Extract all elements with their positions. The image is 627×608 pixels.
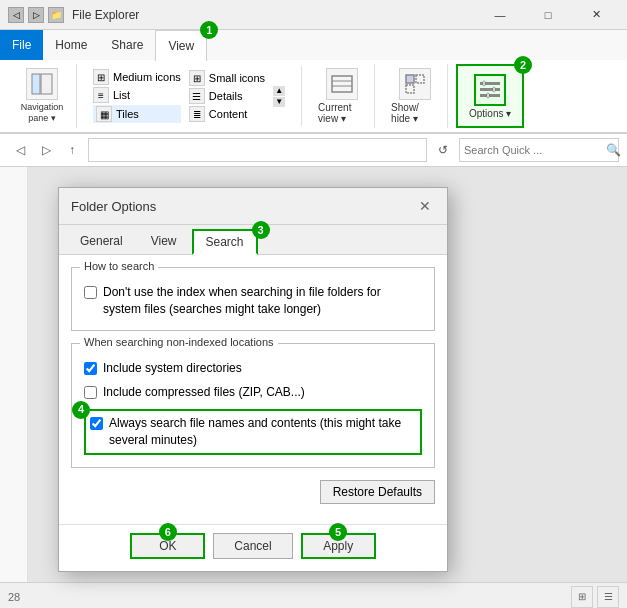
ribbon-content: Navigation pane ▾ ⊞ Medium icons ≡ List … (0, 60, 627, 133)
non-indexed-label: When searching non-indexed locations (80, 336, 278, 348)
folder-options-dialog: Folder Options ✕ General View Search 3 (58, 187, 448, 572)
file-names-contents-label: Always search file names and contents (t… (109, 415, 416, 449)
svg-rect-6 (416, 75, 424, 83)
compressed-label: Include compressed files (ZIP, CAB...) (103, 384, 305, 401)
dialog-tabs: General View Search 3 (59, 225, 447, 255)
details-icon: ☰ (189, 88, 205, 104)
compressed-checkbox[interactable] (84, 386, 97, 399)
svg-rect-9 (480, 88, 500, 91)
svg-rect-10 (480, 94, 500, 97)
search-bar[interactable]: 🔍 (459, 138, 619, 162)
nav-pane-icon (26, 68, 58, 100)
back-button[interactable]: ◁ (8, 138, 32, 162)
svg-rect-2 (332, 76, 352, 92)
title-controls: — □ ✕ (477, 0, 619, 30)
scroll-arrows[interactable]: ▲ ▼ (273, 86, 285, 107)
restore-defaults-button[interactable]: Restore Defaults (320, 480, 435, 504)
address-area: ◁ ▷ ↑ ↺ 🔍 (0, 134, 627, 167)
no-index-label: Don't use the index when searching in fi… (103, 284, 422, 318)
nav-pane-label: Navigation pane ▾ (16, 102, 68, 124)
show-hide-label: Show/ hide ▾ (391, 102, 439, 124)
svg-rect-11 (483, 81, 485, 86)
up-button[interactable]: ↑ (60, 138, 84, 162)
annotation-1: 1 (200, 21, 218, 39)
dialog-title: Folder Options (71, 199, 156, 214)
content-icon: ≣ (189, 106, 205, 122)
maximize-button[interactable]: □ (525, 0, 571, 30)
scroll-down-arrow[interactable]: ▼ (273, 97, 285, 107)
annotation-2: 2 (514, 56, 532, 74)
content-area: Folder Options ✕ General View Search 3 (28, 167, 627, 582)
svg-rect-13 (487, 93, 489, 98)
svg-rect-0 (32, 74, 40, 94)
list-view-toggle[interactable]: ☰ (597, 586, 619, 608)
minimize-button[interactable]: — (477, 0, 523, 30)
dialog-body: How to search Don't use the index when s… (59, 255, 447, 524)
list-icon: ≡ (93, 87, 109, 103)
tab-share[interactable]: Share (99, 30, 155, 60)
search-icon[interactable]: 🔍 (606, 143, 621, 157)
file-names-contents-row: Always search file names and contents (t… (84, 409, 422, 455)
svg-rect-1 (41, 74, 52, 94)
no-index-row: Don't use the index when searching in fi… (84, 284, 422, 318)
no-index-checkbox[interactable] (84, 286, 97, 299)
tiles-label: Tiles (116, 108, 139, 120)
dialog-tab-general[interactable]: General (67, 229, 136, 254)
dialog-tab-view[interactable]: View (138, 229, 190, 254)
medium-icons-label: Medium icons (113, 71, 181, 83)
modal-overlay: Folder Options ✕ General View Search 3 (28, 167, 627, 582)
small-icons-icon: ⊞ (189, 70, 205, 86)
address-bar[interactable] (88, 138, 427, 162)
non-indexed-section: When searching non-indexed locations Inc… (71, 343, 435, 468)
sidebar (0, 167, 28, 582)
annotation-3: 3 (252, 221, 270, 239)
dialog-tab-search[interactable]: Search 3 (192, 229, 258, 255)
system-dirs-row: Include system directories (84, 360, 422, 377)
nav-pane-button[interactable]: Navigation pane ▾ (16, 68, 68, 124)
options-label: Options ▾ (469, 108, 511, 119)
current-view-button[interactable]: Current view ▾ (318, 68, 366, 124)
tab-home[interactable]: Home (43, 30, 99, 60)
restore-defaults-container: Restore Defaults (71, 480, 435, 512)
separator-1 (301, 66, 302, 126)
file-names-contents-checkbox[interactable] (90, 417, 103, 430)
ribbon-group-current-view: Current view ▾ (310, 64, 375, 128)
ribbon-group-options: Options ▾ 2 (456, 64, 524, 128)
content-label: Content (209, 108, 248, 120)
options-icon (474, 74, 506, 106)
list-label: List (113, 89, 130, 101)
how-to-search-label: How to search (80, 260, 158, 272)
small-icons-label: Small icons (209, 72, 265, 84)
current-view-icon (326, 68, 358, 100)
system-dirs-checkbox[interactable] (84, 362, 97, 375)
ribbon: File Home Share View 1 Navigation pane ▾ (0, 30, 627, 134)
current-view-label: Current view ▾ (318, 102, 366, 124)
tiles-icon: ▦ (96, 106, 112, 122)
cancel-button[interactable]: Cancel (213, 533, 292, 559)
non-indexed-content: Include system directories Include compr… (72, 344, 434, 467)
status-right: ⊞ ☰ (571, 586, 619, 608)
options-button[interactable]: Options ▾ (466, 74, 514, 119)
forward-button[interactable]: ▷ (34, 138, 58, 162)
scroll-up-arrow[interactable]: ▲ (273, 86, 285, 96)
tab-view[interactable]: View 1 (155, 30, 207, 61)
title-icon-back: ◁ (8, 7, 24, 23)
dialog-close-button[interactable]: ✕ (415, 196, 435, 216)
status-text: 28 (8, 591, 20, 603)
search-input[interactable] (464, 144, 602, 156)
refresh-button[interactable]: ↺ (431, 138, 455, 162)
tab-file[interactable]: File (0, 30, 43, 60)
annotation-6: 6 (159, 523, 177, 541)
svg-rect-7 (406, 85, 414, 93)
dialog-footer: OK 6 Cancel Apply 5 (59, 524, 447, 571)
title-bar: ◁ ▷ 📁 File Explorer — □ ✕ (0, 0, 627, 30)
title-bar-icons: ◁ ▷ 📁 (8, 7, 64, 23)
close-button[interactable]: ✕ (573, 0, 619, 30)
show-hide-button[interactable]: Show/ hide ▾ (391, 68, 439, 124)
annotation-4: 4 (72, 401, 90, 419)
nav-arrows: ◁ ▷ ↑ (8, 138, 84, 162)
show-hide-icon (399, 68, 431, 100)
title-icon-forward: ▷ (28, 7, 44, 23)
grid-view-toggle[interactable]: ⊞ (571, 586, 593, 608)
details-label: Details (209, 90, 243, 102)
